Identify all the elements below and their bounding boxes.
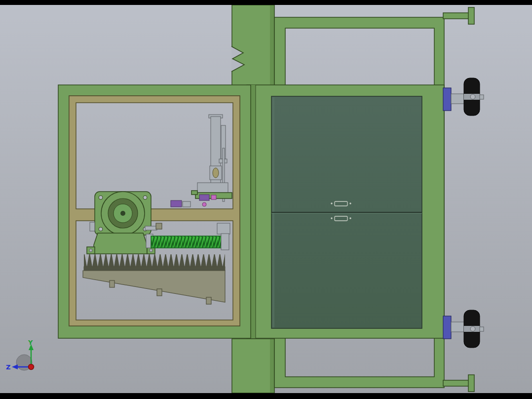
letterbox-top: [0, 0, 532, 5]
caster-mount-block: [443, 88, 451, 111]
letterbox-bottom: [0, 393, 532, 399]
caster-stem: [451, 94, 465, 104]
toothed-rack: [84, 254, 225, 271]
caster-stem: [451, 322, 465, 332]
axis-x-dot: [29, 364, 34, 370]
handle-peg-top: [443, 7, 474, 24]
axis-y-label: Y: [28, 339, 33, 346]
machine-drawing: Y Z: [0, 0, 532, 399]
handle-peg-bottom: [443, 375, 474, 392]
base-wedge: [83, 271, 225, 304]
lead-screw-spring: [151, 223, 230, 250]
orientation-triad: Y Z: [6, 339, 34, 371]
caster-top: [443, 78, 484, 116]
bearing-flange: [95, 192, 151, 235]
slide-assembly: [171, 115, 232, 207]
top-column: [231, 5, 274, 88]
cad-viewport[interactable]: Y Z: [0, 0, 532, 399]
caster-mount-block: [443, 316, 451, 339]
bottom-column: [232, 339, 274, 393]
caster-bottom: [443, 310, 484, 348]
axis-z-label: Z: [6, 363, 10, 371]
door-cabinet: [247, 85, 444, 338]
